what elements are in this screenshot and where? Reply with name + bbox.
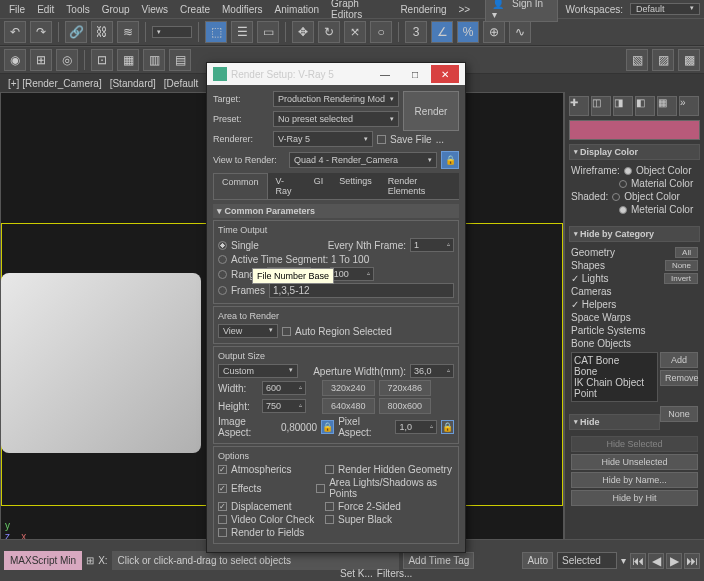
all-button[interactable]: All bbox=[675, 247, 698, 258]
view-select[interactable]: Quad 4 - Render_Camera bbox=[289, 152, 437, 168]
tb2-6[interactable]: ▥ bbox=[143, 49, 165, 71]
menu-edit[interactable]: Edit bbox=[32, 4, 59, 15]
play-start[interactable]: ⏮ bbox=[630, 553, 646, 569]
hide-by-hit-button[interactable]: Hide by Hit bbox=[571, 490, 698, 506]
snap-button[interactable]: 3 bbox=[405, 21, 427, 43]
place-button[interactable]: ○ bbox=[370, 21, 392, 43]
render-button[interactable]: Render bbox=[403, 91, 459, 131]
tb2-r2[interactable]: ▨ bbox=[652, 49, 674, 71]
none-button[interactable]: None bbox=[665, 260, 698, 271]
none2-button[interactable]: None bbox=[660, 406, 698, 422]
menu-more[interactable]: >> bbox=[454, 4, 476, 15]
sh-mat-radio[interactable] bbox=[619, 206, 627, 214]
link-button[interactable]: 🔗 bbox=[65, 21, 87, 43]
select-name-button[interactable]: ☰ bbox=[231, 21, 253, 43]
hidden-check[interactable] bbox=[325, 465, 334, 474]
cameras-check[interactable]: Cameras bbox=[571, 286, 698, 297]
lock-view-button[interactable]: 🔒 bbox=[441, 151, 459, 169]
every-nth-spinner[interactable]: 1 bbox=[410, 238, 454, 252]
set-key-button[interactable]: Set K... bbox=[340, 568, 373, 579]
tab-common[interactable]: Common bbox=[213, 173, 268, 199]
tb2-r1[interactable]: ▧ bbox=[626, 49, 648, 71]
vcc-check[interactable] bbox=[218, 515, 227, 524]
single-radio[interactable] bbox=[218, 241, 227, 250]
tb2-3[interactable]: ◎ bbox=[56, 49, 78, 71]
close-button[interactable]: ✕ bbox=[431, 65, 459, 83]
menu-views[interactable]: Views bbox=[137, 4, 174, 15]
frames-radio[interactable] bbox=[218, 286, 227, 295]
display-color-rollout[interactable]: Display Color bbox=[569, 144, 700, 160]
spacewarps-check[interactable]: Space Warps bbox=[571, 312, 698, 323]
savefile-check[interactable] bbox=[377, 135, 386, 144]
tb2-2[interactable]: ⊞ bbox=[30, 49, 52, 71]
add-time-tag[interactable]: Add Time Tag bbox=[403, 552, 474, 569]
play-next[interactable]: ⏭ bbox=[684, 553, 700, 569]
tb2-r3[interactable]: ▩ bbox=[678, 49, 700, 71]
fields-check[interactable] bbox=[218, 528, 227, 537]
panel-hierarchy[interactable]: ◨ bbox=[613, 96, 633, 116]
scale-button[interactable]: ⤧ bbox=[344, 21, 366, 43]
hide-unselected-button[interactable]: Hide Unselected bbox=[571, 454, 698, 470]
atmos-check[interactable] bbox=[218, 465, 227, 474]
sh-obj-radio[interactable] bbox=[612, 193, 620, 201]
spinner-snap-button[interactable]: ⊕ bbox=[483, 21, 505, 43]
bind-button[interactable]: ≋ bbox=[117, 21, 139, 43]
move-button[interactable]: ✥ bbox=[292, 21, 314, 43]
redo-button[interactable]: ↷ bbox=[30, 21, 52, 43]
renderer-select[interactable]: V-Ray 5 bbox=[273, 131, 373, 147]
filter-select[interactable] bbox=[152, 26, 192, 38]
menu-animation[interactable]: Animation bbox=[270, 4, 324, 15]
workspaces-select[interactable]: Default bbox=[630, 3, 700, 15]
bones-check[interactable]: Bone Objects bbox=[571, 338, 698, 349]
output-preset-select[interactable]: Custom bbox=[218, 364, 298, 378]
rotate-button[interactable]: ↻ bbox=[318, 21, 340, 43]
effects-check[interactable] bbox=[218, 484, 227, 493]
super-check[interactable] bbox=[325, 515, 334, 524]
invert-button[interactable]: Invert bbox=[664, 273, 698, 284]
width-spinner[interactable]: 600 bbox=[262, 381, 306, 395]
color-swatch[interactable] bbox=[569, 120, 700, 140]
bone-listbox[interactable]: CAT BoneBoneIK Chain ObjectPoint bbox=[571, 352, 658, 402]
menu-create[interactable]: Create bbox=[175, 4, 215, 15]
size-720[interactable]: 720x486 bbox=[379, 380, 432, 396]
auto-key-button[interactable]: Auto bbox=[522, 552, 553, 569]
tab-vray[interactable]: V-Ray bbox=[268, 173, 306, 199]
aperture-spinner[interactable]: 36,0 bbox=[410, 364, 454, 378]
px-aspect-lock[interactable]: 🔒 bbox=[441, 420, 454, 434]
menu-rendering[interactable]: Rendering bbox=[395, 4, 451, 15]
common-params-rollout[interactable]: Common Parameters bbox=[213, 204, 459, 218]
disp-check[interactable] bbox=[218, 502, 227, 511]
aspect-lock[interactable]: 🔒 bbox=[321, 420, 334, 434]
minimize-button[interactable]: — bbox=[371, 65, 399, 83]
tool-button[interactable]: ∿ bbox=[509, 21, 531, 43]
target-select[interactable]: Production Rendering Mod bbox=[273, 91, 399, 107]
height-spinner[interactable]: 750 bbox=[262, 399, 306, 413]
menu-group[interactable]: Group bbox=[97, 4, 135, 15]
range-to[interactable]: 100 bbox=[330, 267, 374, 281]
panel-more[interactable]: » bbox=[679, 96, 699, 116]
particles-check[interactable]: Particle Systems bbox=[571, 325, 698, 336]
frames-input[interactable]: 1,3,5-12 bbox=[269, 283, 454, 298]
tb2-1[interactable]: ◉ bbox=[4, 49, 26, 71]
tab-settings[interactable]: Settings bbox=[331, 173, 380, 199]
add-button[interactable]: Add bbox=[660, 352, 698, 368]
px-aspect-spinner[interactable]: 1,0 bbox=[395, 420, 436, 434]
tb2-4[interactable]: ⊡ bbox=[91, 49, 113, 71]
range-radio[interactable] bbox=[218, 270, 227, 279]
vp-tab-2[interactable]: [Standard] bbox=[106, 78, 160, 89]
menu-file[interactable]: File bbox=[4, 4, 30, 15]
menu-graph-editors[interactable]: Graph Editors bbox=[326, 0, 393, 20]
selected-dropdown[interactable]: Selected bbox=[557, 552, 617, 569]
menu-modifiers[interactable]: Modifiers bbox=[217, 4, 268, 15]
vp-tab-1[interactable]: [+] [Render_Camera] bbox=[4, 78, 106, 89]
hide-rollout[interactable]: Hide bbox=[569, 414, 660, 430]
remove-button[interactable]: Remove bbox=[660, 370, 698, 386]
area-select[interactable]: View bbox=[218, 324, 278, 338]
wf-mat-radio[interactable] bbox=[619, 180, 627, 188]
play-prev[interactable]: ◀ bbox=[648, 553, 664, 569]
key-filters-button[interactable]: Filters... bbox=[377, 568, 413, 579]
preset-select[interactable]: No preset selected bbox=[273, 111, 399, 127]
menu-tools[interactable]: Tools bbox=[61, 4, 94, 15]
panel-modify[interactable]: ◫ bbox=[591, 96, 611, 116]
vp-tab-3[interactable]: [Default bbox=[160, 78, 202, 89]
